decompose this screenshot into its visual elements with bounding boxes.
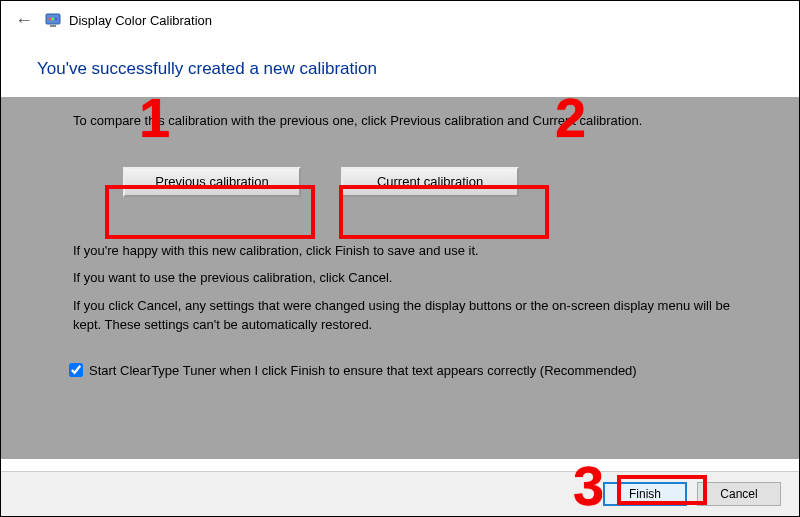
back-arrow-icon[interactable]: ← [15, 10, 39, 31]
compare-instruction: To compare this calibration with the pre… [73, 111, 761, 131]
cleartype-checkbox-label: Start ClearType Tuner when I click Finis… [89, 363, 637, 378]
happy-text: If you're happy with this new calibratio… [73, 241, 761, 261]
cleartype-checkbox[interactable] [69, 363, 83, 377]
page-heading: You've successfully created a new calibr… [1, 37, 799, 97]
previous-calibration-button[interactable]: Previous calibration [123, 167, 301, 197]
cancel-button[interactable]: Cancel [697, 482, 781, 506]
previous-text: If you want to use the previous calibrat… [73, 268, 761, 288]
app-icon [45, 12, 61, 28]
calibration-button-row: Previous calibration Current calibration [123, 167, 761, 197]
titlebar: ← Display Color Calibration [1, 1, 799, 37]
body-area: To compare this calibration with the pre… [1, 97, 799, 459]
svg-point-2 [48, 17, 51, 20]
svg-rect-1 [50, 25, 56, 27]
window: ← Display Color Calibration You've succe… [0, 0, 800, 517]
footer: Finish Cancel [1, 471, 799, 516]
cancel-note-text: If you click Cancel, any settings that w… [73, 296, 761, 335]
finish-button[interactable]: Finish [603, 482, 687, 506]
current-calibration-button[interactable]: Current calibration [341, 167, 519, 197]
svg-point-4 [54, 17, 57, 20]
window-title: Display Color Calibration [69, 13, 212, 28]
svg-point-3 [51, 17, 54, 20]
cleartype-checkbox-row: Start ClearType Tuner when I click Finis… [69, 363, 761, 378]
